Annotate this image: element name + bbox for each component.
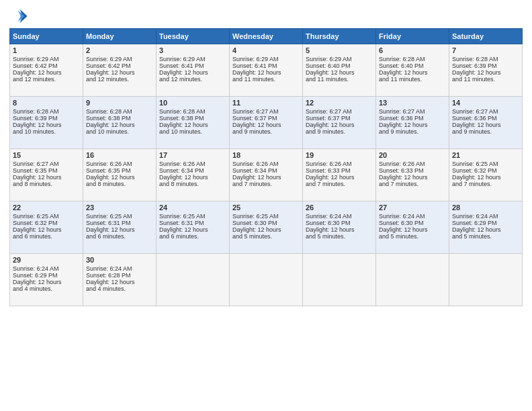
day-cell: 27Sunrise: 6:24 AMSunset: 6:30 PMDayligh… bbox=[376, 201, 449, 254]
day-info: Sunrise: 6:28 AM bbox=[452, 56, 519, 62]
day-info: and 10 minutes. bbox=[86, 128, 153, 135]
day-info: Daylight: 12 hours bbox=[13, 174, 80, 181]
day-cell: 25Sunrise: 6:25 AMSunset: 6:30 PMDayligh… bbox=[230, 201, 303, 254]
day-number: 4 bbox=[232, 46, 300, 54]
day-number: 17 bbox=[159, 151, 226, 159]
day-info: Sunset: 6:38 PM bbox=[159, 115, 226, 122]
day-number: 2 bbox=[86, 46, 153, 54]
day-number: 30 bbox=[86, 256, 153, 264]
day-info: Sunset: 6:39 PM bbox=[13, 115, 80, 122]
day-info: and 8 minutes. bbox=[86, 181, 153, 187]
day-info: Sunrise: 6:26 AM bbox=[306, 161, 373, 167]
day-info: Sunrise: 6:25 AM bbox=[232, 213, 300, 220]
day-info: Daylight: 12 hours bbox=[232, 174, 300, 181]
day-info: and 11 minutes. bbox=[379, 76, 446, 83]
day-info: Sunrise: 6:27 AM bbox=[306, 108, 373, 115]
day-number: 7 bbox=[452, 46, 519, 54]
day-info: Daylight: 12 hours bbox=[452, 69, 519, 76]
day-number: 3 bbox=[159, 46, 226, 54]
day-info: Sunset: 6:38 PM bbox=[86, 115, 153, 122]
day-info: Sunset: 6:42 PM bbox=[86, 62, 153, 69]
day-cell: 30Sunrise: 6:24 AMSunset: 6:28 PMDayligh… bbox=[83, 254, 157, 306]
day-info: Daylight: 12 hours bbox=[306, 69, 373, 76]
day-info: Daylight: 12 hours bbox=[452, 122, 519, 128]
day-info: and 10 minutes. bbox=[13, 128, 80, 135]
day-info: and 8 minutes. bbox=[159, 181, 226, 187]
day-number: 29 bbox=[13, 256, 80, 264]
week-row-5: 29Sunrise: 6:24 AMSunset: 6:29 PMDayligh… bbox=[10, 254, 523, 306]
day-info: Sunrise: 6:24 AM bbox=[306, 213, 373, 220]
day-info: Sunrise: 6:24 AM bbox=[379, 213, 446, 220]
day-number: 15 bbox=[13, 151, 80, 159]
day-info: and 7 minutes. bbox=[452, 181, 519, 187]
day-cell: 6Sunrise: 6:28 AMSunset: 6:40 PMDaylight… bbox=[376, 44, 449, 97]
day-info: Daylight: 12 hours bbox=[86, 122, 153, 128]
day-info: Sunset: 6:31 PM bbox=[159, 220, 226, 226]
day-info: Sunrise: 6:28 AM bbox=[86, 108, 153, 115]
day-number: 24 bbox=[159, 203, 226, 212]
day-info: Sunset: 6:41 PM bbox=[232, 62, 300, 69]
day-number: 23 bbox=[86, 203, 153, 212]
day-info: Sunset: 6:33 PM bbox=[306, 167, 373, 174]
day-info: Sunset: 6:30 PM bbox=[379, 220, 446, 226]
day-info: Sunrise: 6:27 AM bbox=[379, 108, 446, 115]
day-info: Sunrise: 6:24 AM bbox=[13, 265, 80, 272]
day-info: Sunrise: 6:29 AM bbox=[13, 56, 80, 62]
day-info: Sunrise: 6:26 AM bbox=[159, 161, 226, 167]
day-info: Daylight: 12 hours bbox=[232, 226, 300, 233]
day-info: Sunset: 6:29 PM bbox=[13, 272, 80, 279]
day-info: and 9 minutes. bbox=[232, 128, 300, 135]
day-info: and 9 minutes. bbox=[452, 128, 519, 135]
day-info: Daylight: 12 hours bbox=[379, 122, 446, 128]
day-info: and 8 minutes. bbox=[13, 181, 80, 187]
day-cell: 23Sunrise: 6:25 AMSunset: 6:31 PMDayligh… bbox=[83, 201, 157, 254]
day-cell bbox=[157, 254, 230, 306]
day-info: Sunrise: 6:29 AM bbox=[86, 56, 153, 62]
day-info: Daylight: 12 hours bbox=[86, 69, 153, 76]
day-info: Daylight: 12 hours bbox=[232, 122, 300, 128]
day-info: Sunrise: 6:24 AM bbox=[86, 265, 153, 272]
day-info: Daylight: 12 hours bbox=[452, 226, 519, 233]
day-info: Sunset: 6:31 PM bbox=[86, 220, 153, 226]
day-info: Sunset: 6:37 PM bbox=[232, 115, 300, 122]
day-info: and 4 minutes. bbox=[86, 285, 153, 292]
day-info: Daylight: 12 hours bbox=[452, 174, 519, 181]
day-info: Daylight: 12 hours bbox=[86, 174, 153, 181]
header-wednesday: Wednesday bbox=[230, 29, 303, 44]
day-info: Daylight: 12 hours bbox=[379, 69, 446, 76]
day-number: 21 bbox=[452, 151, 519, 159]
day-info: Sunset: 6:35 PM bbox=[13, 167, 80, 174]
day-info: Sunset: 6:42 PM bbox=[13, 62, 80, 69]
day-info: Daylight: 12 hours bbox=[379, 174, 446, 181]
day-info: and 12 minutes. bbox=[159, 76, 226, 83]
day-cell: 17Sunrise: 6:26 AMSunset: 6:34 PMDayligh… bbox=[157, 149, 230, 201]
day-info: Daylight: 12 hours bbox=[159, 69, 226, 76]
day-info: Daylight: 12 hours bbox=[13, 69, 80, 76]
day-cell: 5Sunrise: 6:29 AMSunset: 6:40 PMDaylight… bbox=[303, 44, 376, 97]
day-number: 6 bbox=[379, 46, 446, 54]
day-info: Daylight: 12 hours bbox=[13, 122, 80, 128]
day-info: Sunset: 6:39 PM bbox=[452, 62, 519, 69]
day-cell: 29Sunrise: 6:24 AMSunset: 6:29 PMDayligh… bbox=[10, 254, 83, 306]
day-cell: 1Sunrise: 6:29 AMSunset: 6:42 PMDaylight… bbox=[10, 44, 83, 97]
day-info: Sunrise: 6:25 AM bbox=[13, 213, 80, 220]
day-number: 9 bbox=[86, 99, 153, 107]
day-cell: 8Sunrise: 6:28 AMSunset: 6:39 PMDaylight… bbox=[10, 97, 83, 149]
day-info: and 9 minutes. bbox=[379, 128, 446, 135]
day-info: Sunrise: 6:25 AM bbox=[86, 213, 153, 220]
header-sunday: Sunday bbox=[10, 29, 83, 44]
header-monday: Monday bbox=[83, 29, 157, 44]
calendar-table: SundayMondayTuesdayWednesdayThursdayFrid… bbox=[9, 28, 523, 306]
header-friday: Friday bbox=[376, 29, 449, 44]
day-info: and 11 minutes. bbox=[452, 76, 519, 83]
day-info: Sunset: 6:34 PM bbox=[159, 167, 226, 174]
day-info: Sunrise: 6:24 AM bbox=[452, 213, 519, 220]
day-info: Daylight: 12 hours bbox=[86, 279, 153, 285]
day-info: and 5 minutes. bbox=[379, 233, 446, 240]
day-info: Daylight: 12 hours bbox=[159, 174, 226, 181]
day-cell: 22Sunrise: 6:25 AMSunset: 6:32 PMDayligh… bbox=[10, 201, 83, 254]
day-cell: 7Sunrise: 6:28 AMSunset: 6:39 PMDaylight… bbox=[449, 44, 523, 97]
day-number: 18 bbox=[232, 151, 300, 159]
header-row: SundayMondayTuesdayWednesdayThursdayFrid… bbox=[10, 29, 523, 44]
week-row-1: 1Sunrise: 6:29 AMSunset: 6:42 PMDaylight… bbox=[10, 44, 523, 97]
